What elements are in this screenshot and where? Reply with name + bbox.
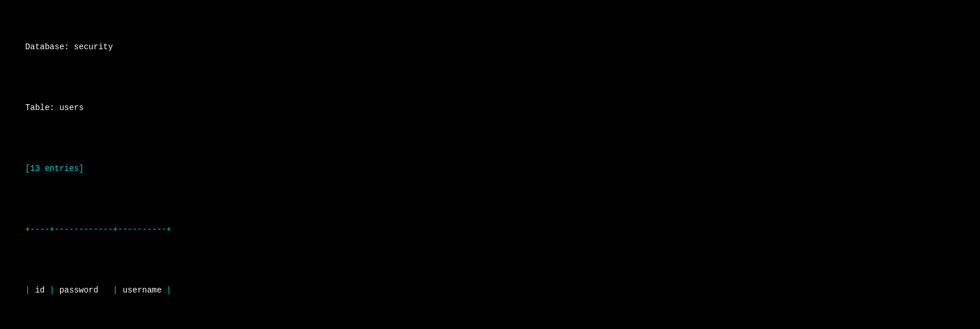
header-border-right: | xyxy=(162,286,172,295)
table-separator-top: +----+------------+----------+ xyxy=(6,211,974,248)
entries-label: [13 entries] xyxy=(25,164,84,173)
database-label: Database: security xyxy=(25,42,113,52)
entries-info: [13 entries] xyxy=(6,151,974,187)
header-sep2: | xyxy=(108,286,122,295)
table-info: Table: users xyxy=(6,90,974,126)
db-info: Database: security xyxy=(6,29,974,65)
table-header: | id | password | username | xyxy=(6,272,974,309)
header-sep1: | xyxy=(45,286,59,295)
col-id-header: id xyxy=(35,286,45,295)
header-border-left: | xyxy=(25,286,35,295)
col-username-header: username xyxy=(123,286,162,295)
separator-top-line: +----+------------+----------+ xyxy=(25,225,172,234)
terminal-output: Database: security Table: users [13 entr… xyxy=(6,5,974,329)
table-label: Table: users xyxy=(25,103,84,112)
col-password-header: password xyxy=(59,286,108,295)
